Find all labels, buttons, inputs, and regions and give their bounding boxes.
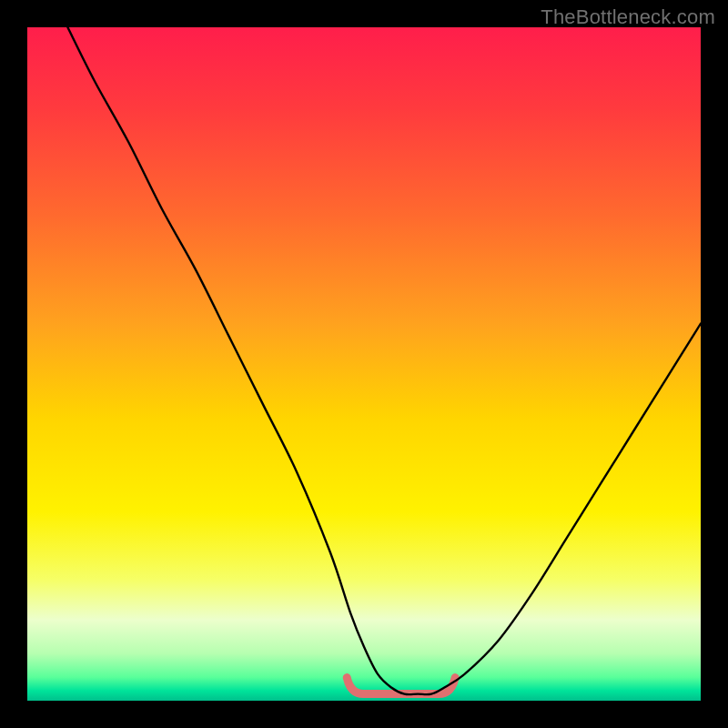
bottleneck-chart [0, 0, 728, 728]
chart-stage: TheBottleneck.com [0, 0, 728, 728]
watermark-text: TheBottleneck.com [541, 5, 715, 29]
plot-background [27, 27, 701, 701]
